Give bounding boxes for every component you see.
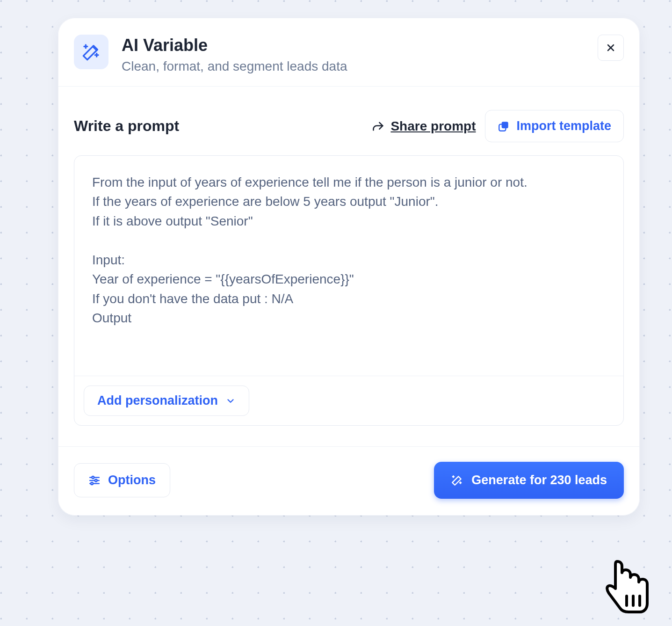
add-personalization-label: Add personalization: [97, 393, 218, 408]
prompt-box: Add personalization: [74, 155, 624, 426]
header-titles: AI Variable Clean, format, and segment l…: [122, 35, 598, 74]
modal-title: AI Variable: [122, 36, 598, 55]
close-icon: [605, 42, 616, 53]
prompt-textarea[interactable]: [74, 156, 623, 376]
prompt-footer: Add personalization: [74, 376, 623, 425]
import-template-button[interactable]: Import template: [485, 110, 624, 142]
share-prompt-label: Share prompt: [390, 119, 476, 134]
svg-point-9: [91, 482, 93, 485]
close-button[interactable]: [598, 35, 624, 61]
modal-subtitle: Clean, format, and segment leads data: [122, 59, 598, 74]
chevron-down-icon: [225, 396, 236, 406]
options-label: Options: [108, 473, 156, 488]
cursor-hand-icon: [599, 557, 655, 618]
copy-icon: [498, 120, 510, 132]
svg-point-7: [95, 479, 97, 481]
prompt-section-title: Write a prompt: [74, 117, 362, 135]
wand-icon: [82, 43, 101, 61]
generate-button[interactable]: Generate for 230 leads: [434, 462, 624, 499]
add-personalization-button[interactable]: Add personalization: [84, 386, 249, 416]
generate-label: Generate for 230 leads: [471, 473, 607, 488]
sparkle-wand-icon: [451, 474, 463, 487]
share-icon: [372, 120, 385, 133]
share-prompt-link[interactable]: Share prompt: [372, 119, 476, 134]
svg-point-5: [92, 476, 94, 479]
modal-header: AI Variable Clean, format, and segment l…: [58, 18, 640, 87]
prompt-section-row: Write a prompt Share prompt Import templ…: [58, 87, 640, 155]
sliders-icon: [88, 474, 101, 487]
options-button[interactable]: Options: [74, 463, 170, 497]
import-template-label: Import template: [516, 119, 611, 133]
modal-footer: Options Generate for 230 leads: [58, 446, 640, 516]
wand-icon-box: [74, 35, 108, 69]
ai-variable-modal: AI Variable Clean, format, and segment l…: [58, 18, 640, 516]
